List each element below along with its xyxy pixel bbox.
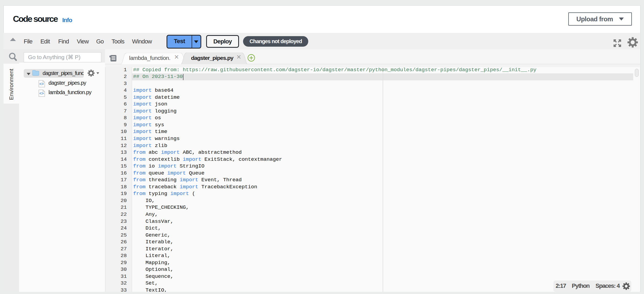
- svg-text:<>: <>: [39, 91, 44, 95]
- svg-text:<>: <>: [39, 82, 44, 86]
